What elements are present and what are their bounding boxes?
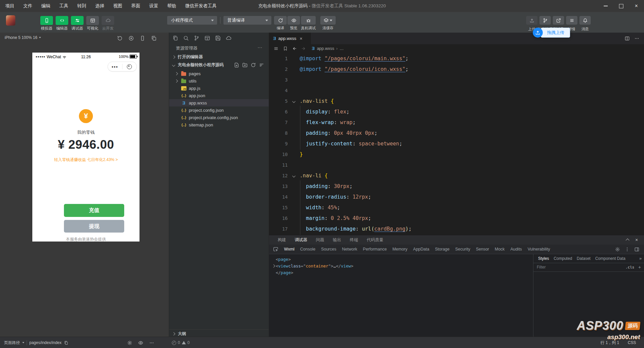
云开发-button[interactable] bbox=[102, 16, 114, 25]
sim-more-icon[interactable] bbox=[149, 340, 154, 345]
调试器-button[interactable] bbox=[71, 16, 84, 25]
forward-icon[interactable] bbox=[301, 46, 306, 51]
panel-tab-问题[interactable]: 问题 bbox=[316, 237, 324, 243]
inspector-tab-Sensor[interactable]: Sensor bbox=[476, 247, 489, 252]
save-icon[interactable] bbox=[215, 35, 221, 41]
file-project.private.config.json[interactable]: {..}project.private.config.json bbox=[169, 114, 269, 121]
breadcrumb-file[interactable]: app.wxss bbox=[317, 46, 334, 51]
git-branch-icon[interactable] bbox=[194, 35, 199, 41]
tab-close-icon[interactable]: × bbox=[300, 36, 302, 41]
sim-settings-icon[interactable] bbox=[127, 340, 132, 345]
avatar[interactable] bbox=[6, 15, 15, 26]
breadcrumb-more[interactable]: … bbox=[340, 46, 344, 51]
open-editors-section[interactable]: 打开的编辑器 bbox=[169, 53, 269, 61]
详情-button[interactable] bbox=[566, 16, 577, 25]
dom-line-0[interactable]: <page> bbox=[271, 256, 353, 262]
模拟器-button[interactable] bbox=[40, 16, 53, 25]
capsule-menu-button[interactable]: ••• bbox=[108, 62, 122, 71]
file-pages[interactable]: pages bbox=[169, 70, 269, 77]
compile-mode-dropdown[interactable]: 普通编译 bbox=[223, 16, 271, 25]
layout-icon[interactable] bbox=[204, 35, 210, 41]
recharge-button[interactable]: 充值 bbox=[64, 204, 124, 217]
page-path-label[interactable]: 页面路径 bbox=[4, 340, 20, 346]
bookmark-icon[interactable] bbox=[283, 46, 288, 51]
scheme-dropdown[interactable]: 小程序模式 bbox=[167, 16, 217, 25]
可视化-button[interactable] bbox=[86, 16, 99, 25]
预览-button[interactable] bbox=[287, 16, 300, 25]
inspector-tab-Audits[interactable]: Audits bbox=[510, 247, 522, 252]
cloud-icon[interactable] bbox=[226, 35, 231, 41]
project-section[interactable]: 充电余额特效小程序源码 bbox=[169, 61, 269, 69]
close-panel-icon[interactable]: × bbox=[635, 237, 638, 243]
minimize-button[interactable] bbox=[598, 0, 613, 12]
more-actions-icon[interactable] bbox=[634, 36, 639, 41]
styles-tab-Computed[interactable]: Computed bbox=[554, 256, 572, 261]
search-icon[interactable] bbox=[183, 35, 189, 41]
fold-icon[interactable] bbox=[292, 174, 295, 177]
transfer-link[interactable]: 转入零钱通赚收益 七日年化2.43% > bbox=[32, 157, 140, 163]
folder-plus-icon[interactable] bbox=[242, 63, 247, 68]
collapse-icon[interactable] bbox=[259, 63, 264, 68]
file-app.wxss[interactable]: Eapp.wxss bbox=[169, 99, 269, 106]
add-style-icon[interactable]: + bbox=[638, 265, 641, 269]
fold-icon[interactable] bbox=[292, 99, 295, 103]
styles-tab-Component Data[interactable]: Component Data bbox=[595, 256, 625, 261]
filter-input[interactable]: Filter bbox=[537, 265, 546, 269]
styles-tab-Dataset[interactable]: Dataset bbox=[577, 256, 590, 261]
编辑器-button[interactable] bbox=[56, 16, 68, 25]
inspector-tab-Memory[interactable]: Memory bbox=[392, 247, 407, 252]
record-icon[interactable] bbox=[129, 36, 134, 41]
file-app.json[interactable]: {..}app.json bbox=[169, 92, 269, 99]
inspector-tab-Sources[interactable]: Sources bbox=[321, 247, 336, 252]
panel-tab-代码质量[interactable]: 代码质量 bbox=[367, 237, 384, 243]
file-app.js[interactable]: JSapp.js bbox=[169, 85, 269, 92]
panel-tab-调试器[interactable]: 调试器 bbox=[295, 237, 307, 243]
inspector-tab-Wxml[interactable]: Wxml bbox=[284, 247, 294, 252]
collapse-panel-icon[interactable] bbox=[626, 239, 629, 242]
dock-side-icon[interactable] bbox=[634, 247, 639, 252]
rotate-icon[interactable] bbox=[117, 36, 123, 41]
inspector-tab-Storage[interactable]: Storage bbox=[435, 247, 450, 252]
sim-visibility-icon[interactable] bbox=[138, 340, 143, 345]
files-icon[interactable] bbox=[172, 35, 178, 41]
inspector-tab-Security[interactable]: Security bbox=[455, 247, 470, 252]
settings-icon[interactable] bbox=[615, 247, 620, 252]
refresh-icon[interactable] bbox=[251, 63, 256, 68]
版本管理-button[interactable] bbox=[539, 16, 551, 25]
language-mode[interactable]: CSS bbox=[628, 340, 636, 345]
file-project.config.json[interactable]: {..}project.config.json bbox=[169, 106, 269, 114]
cursor-position[interactable]: 行 1，列 1 bbox=[600, 340, 619, 346]
file-sitemap.json[interactable]: {..}sitemap.json bbox=[169, 121, 269, 128]
withdraw-button[interactable]: 提现 bbox=[64, 220, 124, 233]
device-selector[interactable]: iPhone 5 100% 16 bbox=[5, 35, 41, 40]
device-frame-icon[interactable] bbox=[140, 36, 145, 41]
panel-tab-输出[interactable]: 输出 bbox=[333, 237, 341, 243]
kebab-menu-icon[interactable] bbox=[625, 247, 630, 252]
page-path-value[interactable]: pages/index/index bbox=[29, 340, 62, 345]
清缓存-button[interactable] bbox=[320, 16, 336, 25]
overflow-icon[interactable]: » bbox=[639, 256, 642, 261]
back-icon[interactable] bbox=[292, 46, 297, 51]
file-utils[interactable]: utils bbox=[169, 77, 269, 85]
panel-tab-构建[interactable]: 构建 bbox=[278, 237, 286, 243]
close-button[interactable]: × bbox=[629, 0, 644, 12]
split-editor-icon[interactable] bbox=[625, 36, 630, 41]
more-actions-icon[interactable]: … bbox=[257, 43, 263, 49]
multi-window-icon[interactable] bbox=[151, 36, 157, 41]
maximize-button[interactable] bbox=[613, 0, 629, 12]
expand-node-icon[interactable] bbox=[272, 264, 275, 267]
file-plus-icon[interactable] bbox=[234, 63, 239, 68]
tab-app-wxss[interactable]: E app.wxss × bbox=[269, 33, 311, 44]
capsule-close-button[interactable] bbox=[123, 62, 137, 71]
cls-toggle[interactable]: .cls bbox=[626, 265, 635, 269]
dom-line-1[interactable]: <view class="container">…</view> bbox=[271, 262, 353, 269]
inspector-tab-Console[interactable]: Console bbox=[300, 247, 315, 252]
dom-line-2[interactable]: </page> bbox=[271, 269, 353, 276]
编译-button[interactable] bbox=[274, 16, 287, 25]
panel-tab-终端[interactable]: 终端 bbox=[350, 237, 358, 243]
copy-path-icon[interactable] bbox=[64, 341, 68, 345]
menu-icon[interactable] bbox=[274, 46, 278, 51]
styles-tab-Styles[interactable]: Styles bbox=[538, 256, 549, 261]
消息-button[interactable] bbox=[579, 16, 591, 25]
inspector-tab-Network[interactable]: Network bbox=[342, 247, 357, 252]
